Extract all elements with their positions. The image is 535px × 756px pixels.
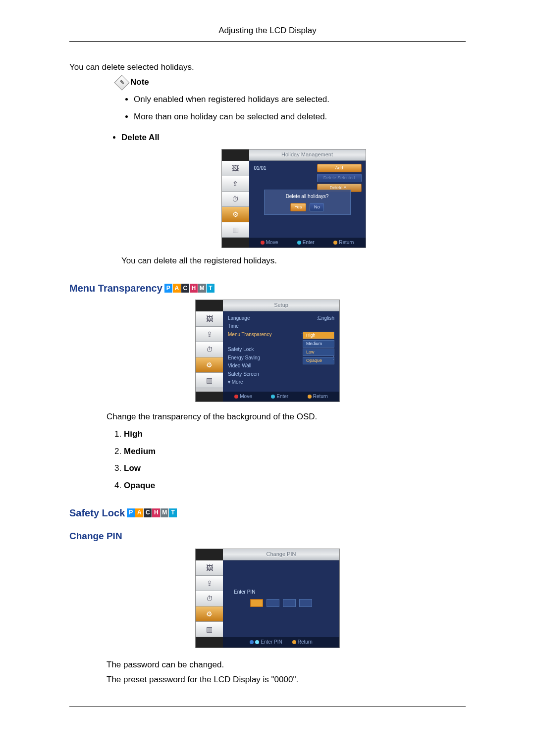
dot-icon <box>255 640 259 644</box>
mt-options-list: High Medium Low Opaque <box>114 428 466 492</box>
chip-p-icon: P <box>127 508 135 517</box>
footer-move: Move <box>240 393 252 401</box>
input-icon[interactable]: ⇪ <box>196 327 223 342</box>
osd-change-pin: Change PIN 🖼 ⇪ ⏱ ⚙ ▥ Enter PIN <box>195 549 340 648</box>
picture-icon[interactable]: 🖼 <box>196 311 223 327</box>
dot-icon <box>297 241 301 245</box>
osd-title: Change PIN <box>223 549 339 560</box>
source-chips: P A C H M T <box>127 508 177 517</box>
footer-enterpin: Enter PIN <box>261 639 282 646</box>
footer-rule <box>69 706 466 706</box>
chip-a-icon: A <box>135 508 143 517</box>
note-list: Only enabled when registered holidays ar… <box>134 94 466 123</box>
pin-digit-3[interactable] <box>283 599 296 607</box>
note-icon: ✎ <box>114 75 129 90</box>
menu-energy-saving[interactable]: Energy Saving: <box>223 354 339 362</box>
menu-time[interactable]: Time <box>223 322 339 331</box>
section-title-text: Menu Transparency <box>69 281 162 296</box>
section-menu-transparency: Menu Transparency P A C H M T <box>69 281 466 296</box>
input-icon[interactable]: ⇪ <box>222 176 249 192</box>
page: Adjusting the LCD Display You can delete… <box>59 0 476 721</box>
chip-c-icon: C <box>181 284 189 293</box>
footer-return: Return <box>313 393 328 401</box>
input-icon[interactable]: ⇪ <box>196 576 223 591</box>
chip-c-icon: C <box>144 508 152 517</box>
menu-safety-screen[interactable]: Safety Screen <box>223 370 339 379</box>
osd-sidebar: 🖼 ⇪ ⏱ ⚙ ▥ <box>196 311 223 392</box>
dot-icon <box>234 395 238 399</box>
dot-icon <box>261 241 265 245</box>
no-button[interactable]: No <box>310 203 324 211</box>
settings-icon[interactable]: ⚙ <box>196 357 223 373</box>
section-safety-lock: Safety Lock P A C H M T <box>69 506 466 520</box>
osd-sidebar: 🖼 ⇪ ⏱ ⚙ ▥ <box>222 161 249 238</box>
footer-enter: Enter <box>276 393 288 401</box>
menu-more[interactable]: ▾ More <box>223 378 339 387</box>
dot-icon <box>250 640 254 644</box>
menu-language[interactable]: Language: English <box>223 314 339 323</box>
section-title-text: Safety Lock <box>69 506 125 520</box>
footer-return: Return <box>339 239 354 247</box>
chip-h-icon: H <box>190 284 198 293</box>
note-item: Only enabled when registered holidays ar… <box>134 94 466 106</box>
osd-body: 01/01 Add Delete Selected Delete All Del… <box>249 161 366 238</box>
pin-digit-4[interactable] <box>299 599 312 607</box>
settings-icon[interactable]: ⚙ <box>222 207 249 222</box>
menu-safety-lock[interactable]: Safety Lock <box>223 346 339 354</box>
osd-title: Setup <box>223 300 339 311</box>
pin-digit-2[interactable] <box>267 599 279 607</box>
osd-footer: Move Enter Return <box>223 392 339 402</box>
menu-video-wall[interactable]: Video Wall <box>223 362 339 370</box>
osd-setup: Setup 🖼 ⇪ ⏱ ⚙ ▥ Language: English Time M… <box>195 300 340 402</box>
chip-m-icon: M <box>198 284 206 293</box>
note-callout: ✎ Note <box>116 76 466 89</box>
note-item: More than one holiday can be selected an… <box>134 111 466 123</box>
osd-holiday: Holiday Management 🖼 ⇪ ⏱ ⚙ ▥ 01/01 Add D… <box>221 149 366 248</box>
osd-footer: Enter PIN Return <box>223 637 339 648</box>
chip-p-icon: P <box>164 284 172 293</box>
opt-opaque-text: Opaque <box>124 481 155 490</box>
osd-footer: Move Enter Return <box>249 238 366 248</box>
picture-icon[interactable]: 🖼 <box>196 560 223 576</box>
osd-title: Holiday Management <box>249 150 366 161</box>
delete-all-block: Delete All Holiday Management 🖼 ⇪ ⏱ ⚙ ▥ … <box>121 132 466 267</box>
confirm-dialog: Delete all holidays? Yes No <box>264 190 351 215</box>
pin-digit-1[interactable] <box>250 599 263 607</box>
delete-all-desc: You can delete all the registered holida… <box>121 255 466 267</box>
osd-sidebar: 🖼 ⇪ ⏱ ⚙ ▥ <box>196 560 223 637</box>
opt-high-text: High <box>124 429 143 439</box>
multi-icon[interactable]: ▥ <box>196 373 223 388</box>
opt-low-text: Low <box>124 463 141 473</box>
chip-t-icon: T <box>169 508 177 517</box>
footer-move: Move <box>266 239 278 247</box>
dot-icon <box>292 640 296 644</box>
yes-button[interactable]: Yes <box>290 203 307 211</box>
chip-m-icon: M <box>160 508 168 517</box>
chip-a-icon: A <box>173 284 181 293</box>
footer-return: Return <box>298 639 313 646</box>
multi-icon[interactable]: ▥ <box>196 622 223 637</box>
picture-icon[interactable]: 🖼 <box>222 161 249 176</box>
footer-enter: Enter <box>303 239 315 247</box>
multi-icon[interactable]: ▥ <box>222 222 249 238</box>
opt-medium-text: Medium <box>124 447 156 456</box>
opt-high[interactable]: High <box>303 332 334 339</box>
source-chips: P A C H M T <box>164 284 214 293</box>
dot-icon <box>308 395 312 399</box>
settings-icon[interactable]: ⚙ <box>196 606 223 622</box>
pin-desc-1: The password can be changed. <box>107 659 466 671</box>
chip-h-icon: H <box>152 508 160 517</box>
pin-desc-2: The preset password for the LCD Display … <box>107 674 466 686</box>
section-change-pin: Change PIN <box>69 529 466 543</box>
delete-selected-button[interactable]: Delete Selected <box>317 174 362 182</box>
chip-t-icon: T <box>207 284 214 293</box>
clock-icon[interactable]: ⏱ <box>196 342 223 357</box>
enter-pin-label: Enter PIN <box>234 589 255 596</box>
add-button[interactable]: Add <box>317 164 362 172</box>
delete-all-heading: Delete All <box>121 133 160 142</box>
page-header: Adjusting the LCD Display <box>69 25 466 42</box>
confirm-text: Delete all holidays? <box>268 193 347 201</box>
clock-icon[interactable]: ⏱ <box>196 591 223 606</box>
clock-icon[interactable]: ⏱ <box>222 192 249 207</box>
mt-desc: Change the transparency of the backgroun… <box>107 411 466 423</box>
